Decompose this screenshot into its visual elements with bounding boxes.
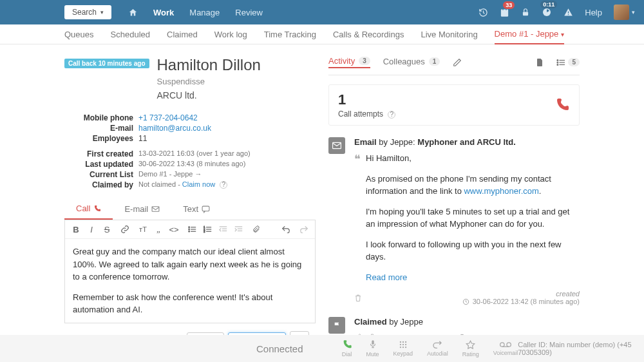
- quote-icon: ❝: [354, 152, 361, 283]
- subnav-worklog[interactable]: Work log: [214, 25, 247, 44]
- lead-fields: Mobile phone+1 737-204-0642 E-mailhamilt…: [64, 113, 316, 189]
- tab-activity[interactable]: Activity3: [328, 56, 370, 68]
- undo-icon[interactable]: [281, 225, 290, 233]
- svg-rect-1: [503, 8, 504, 10]
- subnav: Queues Scheduled Claimed Work log Time T…: [0, 24, 644, 44]
- svg-point-44: [402, 341, 404, 343]
- rating-button[interactable]: Rating: [462, 340, 479, 357]
- tl-claimed-prefix: Claimed: [354, 317, 389, 327]
- ol-icon[interactable]: 123: [203, 225, 212, 233]
- lead-company: ARCU ltd.: [157, 90, 261, 100]
- svg-text:3: 3: [204, 230, 205, 233]
- last-updated-value: 30-06-2022 13:43 (8 minutes ago): [138, 160, 245, 169]
- bold-icon[interactable]: B: [71, 225, 80, 234]
- nav-manage[interactable]: Manage: [183, 1, 226, 24]
- help-icon[interactable]: ?: [220, 181, 227, 189]
- nav-work[interactable]: Work: [147, 1, 180, 24]
- avatar: [614, 5, 629, 20]
- lead-subtitle: Suspendisse: [157, 77, 261, 86]
- strike-icon[interactable]: S: [102, 225, 111, 234]
- user-menu[interactable]: ▾: [614, 5, 635, 20]
- ul-icon[interactable]: [187, 225, 196, 233]
- dial-button[interactable]: Dial: [342, 339, 352, 357]
- svg-point-13: [188, 231, 189, 232]
- email-label: E-mail: [64, 124, 138, 133]
- redo-icon[interactable]: [299, 225, 308, 233]
- topbar-icons: 33 0:11 Help ▾: [478, 5, 635, 20]
- textsize-icon[interactable]: тT: [138, 225, 147, 233]
- nav-review[interactable]: Review: [229, 1, 269, 24]
- dialer-footer: Connected Dial Mute Keypad Autodial Rati…: [0, 335, 644, 362]
- timer-icon[interactable]: 0:11: [542, 7, 552, 17]
- attach-icon[interactable]: [252, 225, 261, 234]
- first-created-value: 13-03-2021 16:03 (over 1 year ago): [138, 149, 251, 158]
- italic-icon[interactable]: I: [87, 225, 96, 234]
- subnav-calls[interactable]: Calls & Recordings: [333, 25, 404, 44]
- tl-email-subject: Myphoner and ARCU ltd.: [417, 137, 516, 147]
- autodial-button[interactable]: Autodial: [427, 340, 448, 357]
- email-p1b: .: [539, 186, 542, 196]
- list-icon[interactable]: 5: [556, 58, 580, 66]
- employees-label: Employees: [64, 134, 138, 143]
- code-icon[interactable]: <>: [169, 225, 178, 234]
- tab-call[interactable]: Call: [64, 198, 113, 220]
- note-p2: Remember to ask how the conference went!…: [73, 291, 307, 316]
- home-icon[interactable]: [122, 1, 144, 24]
- subnav-timetracking[interactable]: Time Tracking: [264, 25, 316, 44]
- history-icon[interactable]: [478, 8, 488, 17]
- note-tabs: Call E-mail Text: [64, 198, 316, 220]
- attempts-num: 1: [338, 91, 395, 108]
- editor-body[interactable]: Great guy and the company match our idea…: [65, 239, 315, 323]
- svg-point-46: [400, 344, 401, 345]
- subnav-scheduled[interactable]: Scheduled: [111, 25, 150, 44]
- tab-colleagues[interactable]: Colleagues1: [383, 57, 440, 68]
- mobile-label: Mobile phone: [64, 113, 138, 122]
- lead-name: Hamilton Dillon: [157, 56, 261, 74]
- mobile-link[interactable]: +1 737-204-0642: [138, 113, 198, 122]
- mute-button[interactable]: Mute: [366, 339, 379, 357]
- svg-rect-5: [568, 11, 569, 13]
- svg-point-9: [188, 227, 189, 228]
- svg-point-37: [557, 64, 558, 65]
- svg-point-53: [507, 343, 511, 347]
- first-created-label: First created: [64, 149, 138, 158]
- note-p1: Great guy and the company match our idea…: [73, 245, 307, 283]
- email-hi: Hi Hamilton,: [366, 152, 580, 165]
- help-link[interactable]: Help: [585, 8, 602, 17]
- help-icon[interactable]: ?: [388, 111, 395, 119]
- tab-text[interactable]: Text: [171, 198, 222, 220]
- right-tabs: Activity3 Colleagues1 5: [328, 56, 580, 75]
- alert-icon[interactable]: [564, 8, 573, 17]
- svg-point-48: [405, 344, 406, 345]
- subnav-queues[interactable]: Queues: [64, 25, 94, 44]
- svg-rect-8: [202, 206, 209, 211]
- quote-icon[interactable]: „: [154, 224, 163, 234]
- subnav-livemon[interactable]: Live Monitoring: [421, 25, 477, 44]
- svg-point-49: [400, 347, 401, 348]
- read-more-link[interactable]: Read more: [366, 272, 407, 282]
- subnav-claimed[interactable]: Claimed: [167, 25, 198, 44]
- attempts-label: Call attempts: [338, 110, 383, 119]
- keypad-button[interactable]: Keypad: [393, 340, 413, 357]
- tab-email[interactable]: E-mail: [113, 198, 171, 220]
- topbar: Search▾ Work Manage Review 33 0:11 Help …: [0, 0, 644, 24]
- document-icon[interactable]: [536, 58, 544, 67]
- phone-icon: [554, 97, 570, 113]
- campaigns-icon[interactable]: 33: [500, 8, 509, 17]
- outdent-icon[interactable]: [218, 225, 227, 233]
- edit-icon[interactable]: [453, 58, 462, 67]
- trash-icon[interactable]: [354, 294, 362, 302]
- search-button[interactable]: Search▾: [64, 5, 111, 19]
- current-list-label: Current List: [64, 170, 138, 179]
- claim-now-link[interactable]: Claim now: [182, 180, 215, 188]
- email-link[interactable]: www.myphoner.com: [464, 186, 538, 196]
- editor: B I S тT „ <> 123: [64, 220, 316, 323]
- subnav-active-list[interactable]: Demo #1 - Jeppe: [495, 24, 565, 44]
- lock-icon[interactable]: [521, 8, 530, 17]
- colleagues-count: 1: [429, 57, 440, 66]
- indent-icon[interactable]: [234, 225, 243, 233]
- svg-point-11: [188, 229, 189, 230]
- email-link[interactable]: hamilton@arcu.co.uk: [138, 124, 211, 133]
- voicemail-button[interactable]: Voicemail: [493, 341, 518, 356]
- link-icon[interactable]: [120, 225, 129, 234]
